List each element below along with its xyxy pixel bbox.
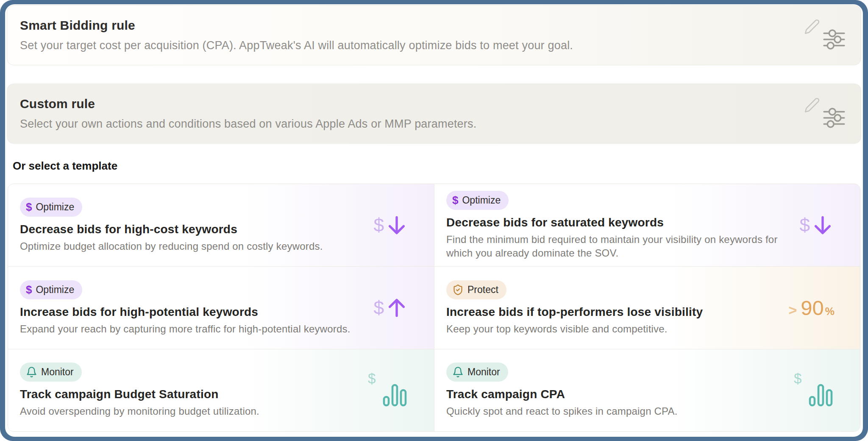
shield-check-icon [452, 284, 464, 296]
badge-label: Optimize [36, 284, 74, 296]
template-description: Quickly spot and react to spikes in camp… [446, 405, 784, 418]
optimize-badge: $ Optimize [20, 198, 82, 217]
template-title: Decrease bids for saturated keywords [446, 216, 790, 229]
template-title: Track campaign Budget Saturation [20, 388, 358, 401]
template-description: Avoid overspending by monitoring budget … [20, 405, 358, 418]
template-description: Optimize budget allocation by reducing s… [20, 240, 364, 253]
monitor-badge: Monitor [20, 363, 82, 382]
greater-than-glyph: > [788, 302, 797, 318]
custom-rule-icons [804, 100, 846, 127]
rule-selection-panel: Smart Bidding rule Set your target cost … [5, 4, 863, 437]
template-description: Expand your reach by capturing more traf… [20, 322, 364, 336]
sliders-icon [822, 106, 846, 132]
template-grid: $ Optimize Decrease bids for high-cost k… [8, 184, 860, 432]
smart-bidding-rule-icons [804, 22, 846, 48]
custom-rule-description: Select your own actions and conditions b… [20, 117, 476, 131]
template-card-increase-high-potential[interactable]: $ Optimize Increase bids for high-potent… [8, 266, 434, 349]
templates-section-label: Or select a template [13, 159, 861, 173]
badge-label: Protect [467, 284, 498, 296]
template-title: Increase bids for high-potential keyword… [20, 305, 364, 319]
smart-bidding-rule-title: Smart Bidding rule [20, 18, 573, 33]
bell-icon [452, 366, 464, 378]
money-bars-icon: $ [368, 369, 409, 411]
badge-label: Monitor [467, 366, 500, 378]
custom-rule-title: Custom rule [20, 97, 476, 111]
threshold-value: 90 [801, 296, 824, 320]
optimize-badge: $ Optimize [20, 280, 82, 299]
custom-rule-text: Custom rule Select your own actions and … [20, 97, 476, 131]
template-card-decrease-high-cost[interactable]: $ Optimize Decrease bids for high-cost k… [8, 184, 434, 266]
smart-bidding-rule-text: Smart Bidding rule Set your target cost … [20, 18, 573, 52]
template-card-budget-saturation[interactable]: Monitor Track campaign Budget Saturation… [8, 349, 434, 431]
window-frame: Smart Bidding rule Set your target cost … [0, 0, 868, 441]
template-card-decrease-saturated[interactable]: $ Optimize Decrease bids for saturated k… [434, 184, 860, 266]
badge-label: Optimize [462, 195, 501, 206]
smart-bidding-rule-description: Set your target cost per acquisition (CP… [20, 39, 573, 52]
edit-pencil-icon [804, 97, 820, 115]
dollar-icon: $ [26, 201, 32, 212]
edit-pencil-icon [804, 19, 820, 36]
protect-badge: Protect [446, 280, 506, 299]
threshold-percent-icon: > 90 % [788, 296, 835, 320]
template-title: Decrease bids for high-cost keywords [20, 223, 364, 236]
badge-label: Monitor [41, 366, 74, 378]
percent-glyph: % [825, 305, 835, 318]
monitor-badge: Monitor [446, 363, 508, 382]
smart-bidding-rule-card[interactable]: Smart Bidding rule Set your target cost … [7, 5, 861, 65]
custom-rule-card[interactable]: Custom rule Select your own actions and … [7, 84, 861, 144]
dollar-up-arrow-icon: $ [374, 296, 409, 320]
dollar-icon: $ [452, 195, 458, 206]
dollar-icon: $ [26, 284, 32, 295]
template-card-top-performers-visibility[interactable]: Protect Increase bids if top-performers … [434, 266, 860, 349]
optimize-badge: $ Optimize [446, 191, 509, 210]
badge-label: Optimize [36, 201, 74, 213]
template-description: Keep your top keywords visible and compe… [446, 322, 778, 336]
template-title: Increase bids if top-performers lose vis… [446, 305, 778, 319]
money-bars-icon: $ [794, 369, 835, 411]
dollar-down-arrow-icon: $ [800, 213, 835, 237]
sliders-icon [822, 27, 846, 53]
template-description: Find the minimum bid required to maintai… [446, 233, 790, 260]
template-title: Track campaign CPA [446, 388, 784, 401]
bell-icon [26, 366, 37, 378]
template-card-campaign-cpa[interactable]: Monitor Track campaign CPA Quickly spot … [434, 349, 860, 431]
dollar-down-arrow-icon: $ [374, 213, 409, 237]
